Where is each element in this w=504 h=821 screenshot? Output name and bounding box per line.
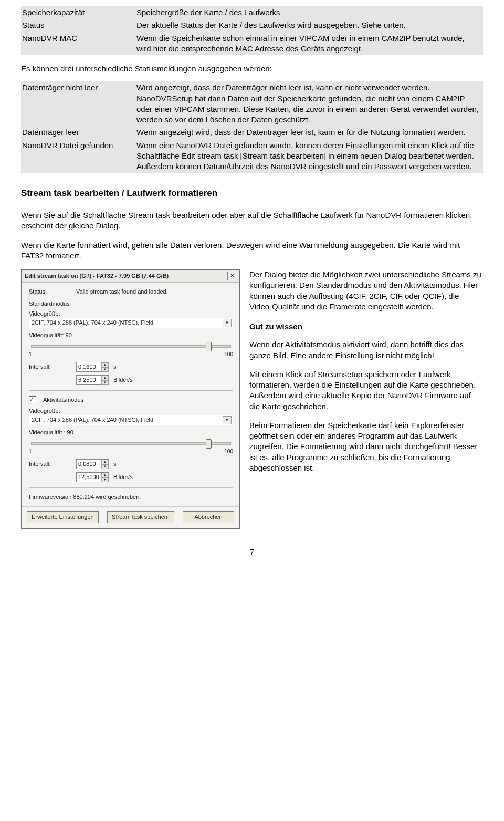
dialog-titlebar: Edit stream task on (G:\) - FAT32 - 7.99… — [22, 270, 239, 283]
paragraph: Der Dialog bietet die Möglichkeit zwei u… — [249, 269, 483, 312]
videogroesse-combobox[interactable]: 2CIF, 704 x 288 (PAL), 704 x 240 (NTSC),… — [29, 318, 233, 328]
info-table-2: Datenträger nicht leer Wird angezeigt, d… — [21, 81, 483, 173]
akt-videoqualitaet-label: Videoqualität : 90 — [29, 429, 233, 437]
intertext: Es können drei unterschiedliche Statusme… — [21, 64, 483, 74]
spin-down-icon[interactable]: ▾ — [102, 464, 109, 469]
paragraph: Mit einem Klick auf Streamsetup speicher… — [249, 369, 483, 412]
dialog-title-text: Edit stream task on (G:\) - FAT32 - 7.99… — [25, 272, 169, 280]
akt-intervall-sec-input[interactable]: 0,0800 ▴▾ — [76, 459, 109, 469]
spin-down-icon[interactable]: ▾ — [102, 380, 109, 385]
status-label: Status. — [29, 288, 72, 296]
cell-val: Speichergröße der Karte / des Laufwerks — [135, 6, 483, 19]
videogroesse-label: Videogröße: — [29, 310, 233, 318]
paragraph: Wenn die Karte formatiert wird, gehen al… — [21, 240, 483, 262]
videogroesse-label: Videogröße: — [29, 407, 233, 415]
edit-stream-task-dialog: Edit stream task on (G:\) - FAT32 - 7.99… — [21, 269, 240, 529]
cancel-button[interactable]: Abbrechen — [183, 511, 234, 523]
intervall-label: Intervall: — [29, 460, 72, 468]
combo-value: 2CIF, 704 x 288 (PAL), 704 x 240 (NTSC),… — [32, 319, 153, 327]
akt-quality-slider[interactable] — [29, 438, 233, 449]
cell-val: Wenn angezeigt wird, dass der Datenträge… — [135, 126, 483, 139]
unit-label: Bilder/s — [113, 473, 133, 481]
cell-key: NanoDVR Datei gefunden — [21, 139, 135, 173]
akt-intervall-fps-input[interactable]: 12,5000 ▴▾ — [76, 472, 109, 482]
cell-key: Datenträger nicht leer — [21, 81, 135, 126]
unit-label: s — [113, 363, 117, 371]
paragraph: Wenn Sie auf die Schaltfläche Stream tas… — [21, 210, 483, 232]
cell-key: Speicherkapazität — [21, 6, 135, 19]
close-icon[interactable]: × — [227, 272, 237, 280]
combo-value: 2CIF, 704 x 288 (PAL), 704 x 240 (NTSC),… — [32, 416, 153, 424]
gut-zu-wissen-heading: Gut zu wissen — [249, 321, 483, 332]
advanced-settings-button[interactable]: Erweiterte Einstellungen — [27, 511, 99, 523]
cell-key: Status — [21, 19, 135, 32]
paragraph: Beim Formatieren der Speicherkarte darf … — [249, 420, 483, 473]
scale-min: 1 — [29, 448, 32, 455]
videoqualitaet-label: Videoqualität: 90 — [29, 331, 233, 339]
cell-val: Wenn eine NanoDVR Datei gefunden wurde, … — [135, 139, 483, 173]
aktivitaetsmodus-label: Aktivitätsmodus — [43, 396, 83, 404]
firmware-note: Firmwareversion 880.204 wird geschrieben… — [29, 493, 233, 501]
section-heading: Stream task bearbeiten / Laufwerk format… — [21, 188, 483, 200]
unit-label: s — [113, 460, 117, 468]
cell-key: NanoDVR MAC — [21, 32, 135, 56]
chevron-down-icon[interactable]: ▾ — [223, 416, 232, 424]
scale-max: 100 — [224, 351, 233, 358]
unit-label: Bilder/s — [113, 376, 133, 384]
status-value: Valid stream task found and loaded. — [76, 288, 168, 296]
standardmodus-label: Standardmodus — [29, 300, 233, 308]
cell-key: Datenträger leer — [21, 126, 135, 139]
intervall-label: Intervall: — [29, 363, 72, 371]
spin-up-icon[interactable]: ▴ — [102, 460, 109, 464]
paragraph: Wenn der Aktivitätsmodus aktiviert wird,… — [249, 339, 483, 361]
cell-val: Wenn die Speicherkarte schon einmal in e… — [135, 32, 483, 56]
akt-videogroesse-combobox[interactable]: 2CIF, 704 x 288 (PAL), 704 x 240 (NTSC),… — [29, 415, 233, 425]
spin-up-icon[interactable]: ▴ — [102, 376, 109, 380]
spin-down-icon[interactable]: ▾ — [102, 367, 109, 372]
intervall-fps-input[interactable]: 6,2500 ▴▾ — [76, 375, 109, 385]
cell-val: Wird angezeigt, dass der Datenträger nic… — [135, 81, 483, 126]
info-table-1: Speicherkapazität Speichergröße der Kart… — [21, 6, 483, 55]
quality-slider[interactable] — [29, 340, 233, 352]
save-streamtask-button[interactable]: Stream task speichern — [107, 511, 174, 523]
spin-up-icon[interactable]: ▴ — [102, 362, 109, 367]
page-number: 7 — [21, 547, 483, 557]
aktivitaetsmodus-checkbox[interactable] — [29, 396, 36, 403]
scale-max: 100 — [224, 448, 233, 455]
spin-down-icon[interactable]: ▾ — [102, 477, 109, 482]
intervall-sec-input[interactable]: 0,1600 ▴▾ — [76, 362, 109, 372]
cell-val: Der aktuelle Status der Karte / des Lauf… — [135, 19, 483, 32]
spin-up-icon[interactable]: ▴ — [102, 473, 109, 477]
chevron-down-icon[interactable]: ▾ — [223, 319, 232, 327]
scale-min: 1 — [29, 351, 32, 358]
